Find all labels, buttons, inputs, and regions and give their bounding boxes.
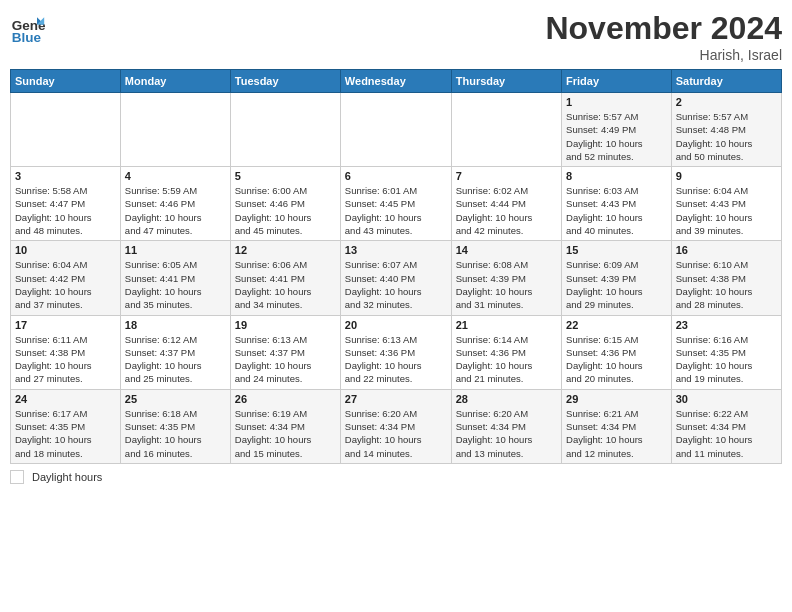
page: General Blue November 2024 Harish, Israe… bbox=[0, 0, 792, 612]
calendar-day-cell: 29Sunrise: 6:21 AM Sunset: 4:34 PM Dayli… bbox=[562, 389, 672, 463]
calendar-week-row: 1Sunrise: 5:57 AM Sunset: 4:49 PM Daylig… bbox=[11, 93, 782, 167]
day-info: Sunrise: 6:04 AM Sunset: 4:42 PM Dayligh… bbox=[15, 258, 116, 311]
day-number: 8 bbox=[566, 170, 667, 182]
calendar-table: SundayMondayTuesdayWednesdayThursdayFrid… bbox=[10, 69, 782, 464]
calendar-day-cell bbox=[120, 93, 230, 167]
day-number: 1 bbox=[566, 96, 667, 108]
day-info: Sunrise: 6:08 AM Sunset: 4:39 PM Dayligh… bbox=[456, 258, 557, 311]
day-info: Sunrise: 6:02 AM Sunset: 4:44 PM Dayligh… bbox=[456, 184, 557, 237]
calendar-day-cell bbox=[230, 93, 340, 167]
calendar-day-cell: 25Sunrise: 6:18 AM Sunset: 4:35 PM Dayli… bbox=[120, 389, 230, 463]
day-number: 18 bbox=[125, 319, 226, 331]
day-info: Sunrise: 6:17 AM Sunset: 4:35 PM Dayligh… bbox=[15, 407, 116, 460]
weekday-header: Wednesday bbox=[340, 70, 451, 93]
day-number: 16 bbox=[676, 244, 777, 256]
day-number: 30 bbox=[676, 393, 777, 405]
day-number: 10 bbox=[15, 244, 116, 256]
calendar-day-cell: 23Sunrise: 6:16 AM Sunset: 4:35 PM Dayli… bbox=[671, 315, 781, 389]
day-info: Sunrise: 6:13 AM Sunset: 4:37 PM Dayligh… bbox=[235, 333, 336, 386]
calendar-day-cell: 7Sunrise: 6:02 AM Sunset: 4:44 PM Daylig… bbox=[451, 167, 561, 241]
calendar-day-cell: 19Sunrise: 6:13 AM Sunset: 4:37 PM Dayli… bbox=[230, 315, 340, 389]
day-info: Sunrise: 5:57 AM Sunset: 4:48 PM Dayligh… bbox=[676, 110, 777, 163]
day-info: Sunrise: 6:16 AM Sunset: 4:35 PM Dayligh… bbox=[676, 333, 777, 386]
weekday-header: Sunday bbox=[11, 70, 121, 93]
day-info: Sunrise: 6:03 AM Sunset: 4:43 PM Dayligh… bbox=[566, 184, 667, 237]
day-info: Sunrise: 6:20 AM Sunset: 4:34 PM Dayligh… bbox=[345, 407, 447, 460]
calendar-day-cell: 2Sunrise: 5:57 AM Sunset: 4:48 PM Daylig… bbox=[671, 93, 781, 167]
weekday-header: Friday bbox=[562, 70, 672, 93]
day-info: Sunrise: 6:15 AM Sunset: 4:36 PM Dayligh… bbox=[566, 333, 667, 386]
day-info: Sunrise: 6:22 AM Sunset: 4:34 PM Dayligh… bbox=[676, 407, 777, 460]
calendar-week-row: 3Sunrise: 5:58 AM Sunset: 4:47 PM Daylig… bbox=[11, 167, 782, 241]
calendar-day-cell: 28Sunrise: 6:20 AM Sunset: 4:34 PM Dayli… bbox=[451, 389, 561, 463]
calendar-week-row: 24Sunrise: 6:17 AM Sunset: 4:35 PM Dayli… bbox=[11, 389, 782, 463]
day-number: 13 bbox=[345, 244, 447, 256]
day-info: Sunrise: 5:59 AM Sunset: 4:46 PM Dayligh… bbox=[125, 184, 226, 237]
day-info: Sunrise: 6:21 AM Sunset: 4:34 PM Dayligh… bbox=[566, 407, 667, 460]
calendar-day-cell: 22Sunrise: 6:15 AM Sunset: 4:36 PM Dayli… bbox=[562, 315, 672, 389]
calendar-day-cell: 3Sunrise: 5:58 AM Sunset: 4:47 PM Daylig… bbox=[11, 167, 121, 241]
calendar-day-cell: 5Sunrise: 6:00 AM Sunset: 4:46 PM Daylig… bbox=[230, 167, 340, 241]
day-info: Sunrise: 5:57 AM Sunset: 4:49 PM Dayligh… bbox=[566, 110, 667, 163]
day-number: 7 bbox=[456, 170, 557, 182]
day-info: Sunrise: 6:20 AM Sunset: 4:34 PM Dayligh… bbox=[456, 407, 557, 460]
day-number: 17 bbox=[15, 319, 116, 331]
calendar-day-cell: 11Sunrise: 6:05 AM Sunset: 4:41 PM Dayli… bbox=[120, 241, 230, 315]
weekday-header: Tuesday bbox=[230, 70, 340, 93]
calendar-day-cell: 4Sunrise: 5:59 AM Sunset: 4:46 PM Daylig… bbox=[120, 167, 230, 241]
calendar-day-cell: 18Sunrise: 6:12 AM Sunset: 4:37 PM Dayli… bbox=[120, 315, 230, 389]
day-info: Sunrise: 6:05 AM Sunset: 4:41 PM Dayligh… bbox=[125, 258, 226, 311]
calendar-header-row: SundayMondayTuesdayWednesdayThursdayFrid… bbox=[11, 70, 782, 93]
weekday-header: Thursday bbox=[451, 70, 561, 93]
day-number: 27 bbox=[345, 393, 447, 405]
day-info: Sunrise: 5:58 AM Sunset: 4:47 PM Dayligh… bbox=[15, 184, 116, 237]
calendar-day-cell: 14Sunrise: 6:08 AM Sunset: 4:39 PM Dayli… bbox=[451, 241, 561, 315]
calendar-day-cell: 24Sunrise: 6:17 AM Sunset: 4:35 PM Dayli… bbox=[11, 389, 121, 463]
day-number: 3 bbox=[15, 170, 116, 182]
logo-icon: General Blue bbox=[10, 10, 46, 46]
day-number: 9 bbox=[676, 170, 777, 182]
calendar-day-cell: 12Sunrise: 6:06 AM Sunset: 4:41 PM Dayli… bbox=[230, 241, 340, 315]
day-info: Sunrise: 6:00 AM Sunset: 4:46 PM Dayligh… bbox=[235, 184, 336, 237]
day-number: 2 bbox=[676, 96, 777, 108]
day-info: Sunrise: 6:19 AM Sunset: 4:34 PM Dayligh… bbox=[235, 407, 336, 460]
header: General Blue November 2024 Harish, Israe… bbox=[10, 10, 782, 63]
calendar-week-row: 17Sunrise: 6:11 AM Sunset: 4:38 PM Dayli… bbox=[11, 315, 782, 389]
svg-text:Blue: Blue bbox=[12, 30, 42, 45]
calendar-day-cell: 6Sunrise: 6:01 AM Sunset: 4:45 PM Daylig… bbox=[340, 167, 451, 241]
day-number: 22 bbox=[566, 319, 667, 331]
calendar-day-cell: 15Sunrise: 6:09 AM Sunset: 4:39 PM Dayli… bbox=[562, 241, 672, 315]
day-number: 11 bbox=[125, 244, 226, 256]
calendar-day-cell bbox=[11, 93, 121, 167]
day-number: 23 bbox=[676, 319, 777, 331]
calendar-day-cell: 30Sunrise: 6:22 AM Sunset: 4:34 PM Dayli… bbox=[671, 389, 781, 463]
day-number: 14 bbox=[456, 244, 557, 256]
calendar-day-cell: 13Sunrise: 6:07 AM Sunset: 4:40 PM Dayli… bbox=[340, 241, 451, 315]
day-info: Sunrise: 6:13 AM Sunset: 4:36 PM Dayligh… bbox=[345, 333, 447, 386]
calendar-day-cell: 21Sunrise: 6:14 AM Sunset: 4:36 PM Dayli… bbox=[451, 315, 561, 389]
weekday-header: Saturday bbox=[671, 70, 781, 93]
day-info: Sunrise: 6:01 AM Sunset: 4:45 PM Dayligh… bbox=[345, 184, 447, 237]
day-number: 26 bbox=[235, 393, 336, 405]
calendar-day-cell: 20Sunrise: 6:13 AM Sunset: 4:36 PM Dayli… bbox=[340, 315, 451, 389]
day-number: 29 bbox=[566, 393, 667, 405]
calendar-day-cell: 27Sunrise: 6:20 AM Sunset: 4:34 PM Dayli… bbox=[340, 389, 451, 463]
day-number: 21 bbox=[456, 319, 557, 331]
legend-label: Daylight hours bbox=[32, 471, 102, 483]
logo: General Blue bbox=[10, 10, 46, 46]
calendar-day-cell: 8Sunrise: 6:03 AM Sunset: 4:43 PM Daylig… bbox=[562, 167, 672, 241]
location-subtitle: Harish, Israel bbox=[545, 47, 782, 63]
calendar-day-cell bbox=[451, 93, 561, 167]
day-number: 6 bbox=[345, 170, 447, 182]
calendar-day-cell: 16Sunrise: 6:10 AM Sunset: 4:38 PM Dayli… bbox=[671, 241, 781, 315]
calendar-day-cell: 1Sunrise: 5:57 AM Sunset: 4:49 PM Daylig… bbox=[562, 93, 672, 167]
day-number: 24 bbox=[15, 393, 116, 405]
day-number: 15 bbox=[566, 244, 667, 256]
calendar-day-cell bbox=[340, 93, 451, 167]
day-number: 25 bbox=[125, 393, 226, 405]
day-number: 20 bbox=[345, 319, 447, 331]
title-block: November 2024 Harish, Israel bbox=[545, 10, 782, 63]
day-number: 28 bbox=[456, 393, 557, 405]
day-info: Sunrise: 6:11 AM Sunset: 4:38 PM Dayligh… bbox=[15, 333, 116, 386]
day-number: 12 bbox=[235, 244, 336, 256]
